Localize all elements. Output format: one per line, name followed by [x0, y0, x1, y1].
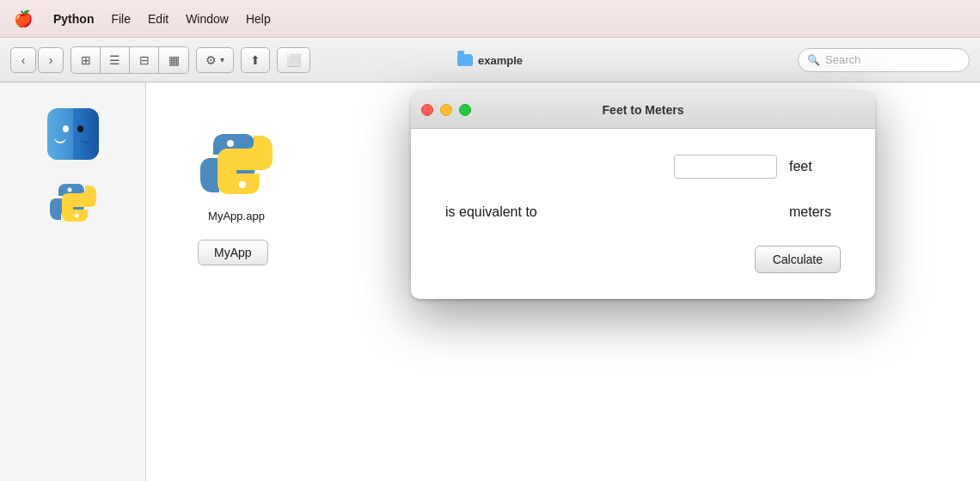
- finder-icon: [47, 108, 99, 160]
- sidebar-item-python[interactable]: [47, 177, 99, 228]
- menu-window[interactable]: Window: [186, 12, 229, 26]
- tag-button[interactable]: ⬜: [277, 47, 310, 73]
- close-button[interactable]: [421, 104, 433, 116]
- action-chevron-icon: ▾: [220, 55, 224, 64]
- menu-python[interactable]: Python: [53, 12, 94, 26]
- chevron-right-icon: ›: [49, 53, 53, 67]
- tag-icon: ⬜: [286, 53, 301, 67]
- menu-help[interactable]: Help: [246, 12, 271, 26]
- search-placeholder: Search: [825, 53, 861, 66]
- myapp-file-item: MyApp.app: [198, 125, 275, 222]
- apple-menu[interactable]: 🍎: [14, 9, 33, 28]
- gear-icon: ⚙: [205, 53, 217, 67]
- myapp-button[interactable]: MyApp: [198, 240, 268, 265]
- icon-view-button[interactable]: ⊞: [71, 47, 101, 73]
- list-icon: ☰: [109, 53, 120, 67]
- meters-label: meters: [789, 204, 841, 220]
- calculate-button[interactable]: Calculate: [755, 246, 841, 273]
- python-icon-small: [47, 177, 99, 228]
- main-content: MyApp.app MyApp Feet to Meters feet is: [0, 82, 980, 481]
- dialog-body: feet is equivalent to meters Calculate: [411, 129, 875, 299]
- chevron-left-icon: ‹: [21, 53, 26, 67]
- menu-edit[interactable]: Edit: [148, 12, 168, 26]
- feet-input[interactable]: [674, 155, 777, 179]
- toolbar: ‹ › ⊞ ☰ ⊟ ▦ ⚙ ▾ ⬆ ⬜ 🔍 Search: [0, 38, 980, 82]
- share-button[interactable]: ⬆: [241, 47, 270, 73]
- search-box[interactable]: 🔍 Search: [798, 48, 970, 72]
- sidebar: [0, 82, 146, 481]
- svg-point-1: [74, 214, 78, 218]
- meters-row: is equivalent to meters: [445, 204, 841, 220]
- view-toggle: ⊞ ☰ ⊟ ▦: [70, 46, 189, 74]
- feet-row: feet: [445, 155, 841, 179]
- feet-label: feet: [789, 159, 841, 174]
- column-icon: ⊟: [139, 53, 150, 67]
- myapp-label: MyApp.app: [208, 210, 265, 222]
- fullscreen-button[interactable]: [459, 104, 471, 116]
- minimize-button[interactable]: [440, 104, 452, 116]
- dialog-title: Feet to Meters: [603, 103, 684, 117]
- equiv-label: is equivalent to: [445, 204, 537, 220]
- action-button[interactable]: ⚙ ▾: [196, 47, 234, 73]
- share-icon: ⬆: [250, 53, 260, 67]
- svg-point-3: [239, 181, 246, 188]
- feet-to-meters-dialog: Feet to Meters feet is equivalent to met…: [411, 91, 875, 299]
- sidebar-item-finder[interactable]: [47, 108, 99, 160]
- svg-point-2: [227, 140, 234, 147]
- grid-icon: ⊞: [81, 53, 91, 67]
- menu-file[interactable]: File: [111, 12, 131, 26]
- dialog-titlebar: Feet to Meters: [411, 91, 875, 129]
- calculate-row: Calculate: [445, 246, 841, 273]
- nav-buttons: ‹ ›: [10, 47, 64, 73]
- list-view-button[interactable]: ☰: [101, 47, 130, 73]
- gallery-icon: ▦: [168, 53, 180, 67]
- back-button[interactable]: ‹: [10, 47, 36, 73]
- search-icon: 🔍: [807, 54, 820, 66]
- gallery-view-button[interactable]: ▦: [159, 47, 188, 73]
- menu-bar: 🍎 Python File Edit Window Help: [0, 0, 980, 38]
- column-view-button[interactable]: ⊟: [130, 47, 159, 73]
- python-app-icon: [198, 125, 275, 203]
- window-controls: [421, 104, 471, 116]
- forward-button[interactable]: ›: [38, 47, 64, 73]
- svg-point-0: [67, 188, 71, 192]
